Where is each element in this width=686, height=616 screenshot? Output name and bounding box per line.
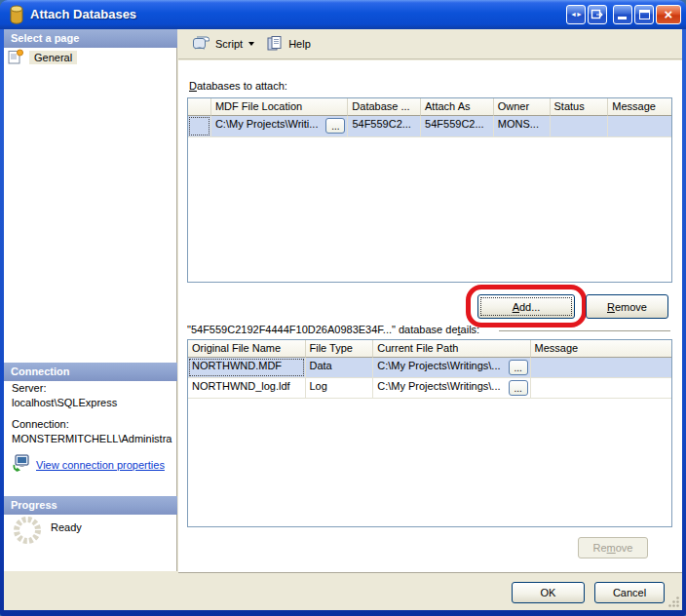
column-header-mdf-file-location: MDF File Location (211, 98, 348, 116)
window-title: Attach Databases (30, 0, 136, 28)
owner-cell[interactable]: MONS... (494, 116, 551, 137)
switch-pane-button[interactable]: ◄► (566, 5, 586, 24)
column-header-message: Message (608, 98, 671, 116)
minimize-button[interactable] (613, 5, 632, 24)
resize-grip[interactable] (667, 596, 680, 608)
browse-button[interactable]: ... (509, 360, 528, 375)
message-cell[interactable] (608, 116, 671, 137)
file-type-cell[interactable]: Log (306, 378, 374, 399)
database-details-grid[interactable]: Original File Name File Type Current Fil… (187, 339, 672, 527)
file-type-cell[interactable]: Data (306, 358, 374, 378)
close-button[interactable]: × (656, 5, 681, 24)
column-header-row-selector (188, 98, 211, 116)
progress-header: Progress (4, 496, 177, 515)
float-window-button[interactable] (588, 5, 607, 24)
view-connection-properties-row: View connection properties (12, 454, 165, 475)
column-header-owner: Owner (494, 98, 551, 116)
minimize-icon (618, 17, 627, 19)
add-button[interactable]: Add... (477, 294, 575, 319)
column-header-original-file-name: Original File Name (188, 340, 306, 358)
current-file-path-cell[interactable]: C:\My Projects\Writings\...... (373, 378, 530, 399)
close-icon: × (657, 6, 680, 23)
focus-rectangle (189, 359, 304, 376)
column-header-database: Database ... (348, 98, 421, 116)
databases-to-attach-label: Databases to attach: (189, 80, 287, 92)
status-cell[interactable] (551, 116, 609, 137)
progress-status: Ready (51, 521, 82, 533)
maximize-icon (639, 10, 650, 19)
row-selector-cell[interactable] (188, 116, 211, 137)
column-header-message: Message (531, 340, 671, 358)
column-header-attach-as: Attach As (421, 98, 494, 116)
server-value: localhost\SQLExpress (12, 397, 117, 408)
cancel-button[interactable]: Cancel (594, 582, 665, 603)
attach-grid-row[interactable]: C:\My Projects\Writi...... 54F559C2... 5… (188, 116, 671, 137)
database-icon (9, 5, 24, 26)
current-file-path-cell[interactable]: C:\My Projects\Writings\...... (373, 358, 530, 378)
help-button[interactable]: Help (260, 32, 317, 56)
original-file-name-cell[interactable]: NORTHWND_log.ldf (188, 378, 306, 399)
remove-button[interactable]: Remove (586, 294, 668, 319)
help-pages-icon (266, 35, 284, 54)
select-a-page-header: Select a page (4, 29, 177, 48)
maximize-button[interactable] (634, 5, 654, 24)
sidebar (4, 29, 177, 571)
database-details-label: "54F559C2192F4444F10D26A0983E34F..." dat… (187, 324, 479, 335)
spinner-icon (12, 515, 43, 548)
pop-out-icon (591, 12, 604, 23)
connection-header: Connection (4, 363, 177, 381)
computer-icon (12, 454, 31, 475)
attach-databases-dialog: Attach Databases ◄► × Select a page (0, 0, 686, 616)
mdf-file-location-cell[interactable]: C:\My Projects\Writi...... (211, 116, 348, 137)
script-button[interactable]: Script (186, 32, 260, 56)
server-label: Server: (12, 382, 46, 394)
column-header-status: Status (551, 98, 609, 116)
connection-value: MONSTERMITCHELL\Administra (12, 433, 172, 444)
page-icon (8, 49, 23, 66)
browse-button[interactable]: ... (509, 380, 528, 396)
column-header-current-file-path: Current File Path (373, 340, 530, 358)
add-button-focus (480, 297, 572, 316)
chevron-down-icon (248, 42, 254, 46)
column-header-file-type: File Type (306, 340, 374, 358)
details-separator-line (499, 330, 670, 331)
connection-label: Connection: (12, 418, 69, 430)
titlebar[interactable]: Attach Databases ◄► × (0, 0, 686, 29)
left-right-arrows-icon: ◄► (567, 6, 585, 23)
database-name-cell[interactable]: 54F559C2... (348, 116, 421, 137)
databases-to-attach-grid[interactable]: MDF File Location Database ... Attach As… (187, 97, 672, 283)
view-connection-properties-link[interactable]: View connection properties (36, 459, 165, 471)
details-grid-row[interactable]: NORTHWND_log.ldf Log C:\My Projects\Writ… (188, 378, 671, 399)
sidebar-item-general[interactable]: General (8, 49, 77, 66)
help-label: Help (288, 38, 311, 50)
message-cell[interactable] (531, 378, 671, 399)
remove-details-button[interactable]: Remove (578, 537, 648, 558)
attach-as-cell[interactable]: 54F559C2... (421, 116, 494, 137)
browse-button[interactable]: ... (325, 118, 345, 134)
message-cell[interactable] (531, 358, 671, 378)
focus-rectangle (189, 117, 210, 135)
scroll-icon (192, 35, 210, 54)
attach-grid-header: MDF File Location Database ... Attach As… (188, 98, 671, 116)
original-file-name-cell[interactable]: NORTHWND.MDF (188, 358, 306, 378)
sidebar-item-general-label: General (29, 51, 77, 64)
details-grid-row[interactable]: NORTHWND.MDF Data C:\My Projects\Writing… (188, 358, 671, 378)
script-label: Script (215, 38, 243, 50)
ok-button[interactable]: OK (512, 582, 585, 603)
details-grid-header: Original File Name File Type Current Fil… (188, 340, 671, 358)
toolbar: Script Help (178, 29, 682, 59)
